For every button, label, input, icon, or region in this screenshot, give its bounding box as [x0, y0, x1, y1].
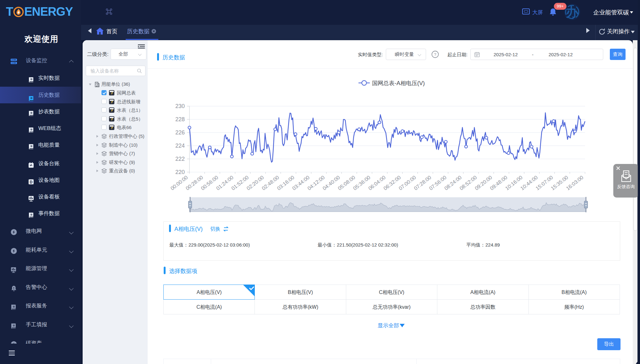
svg-text:D: D: [30, 180, 33, 184]
svg-text:?: ?: [434, 52, 436, 57]
